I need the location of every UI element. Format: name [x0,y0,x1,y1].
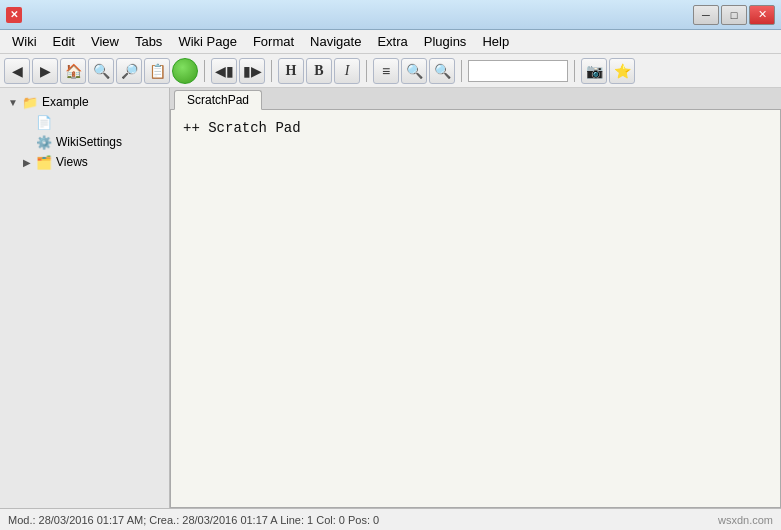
tab-scratchpad[interactable]: ScratchPad [174,90,262,110]
content-area: ScratchPad ++ Scratch Pad [170,88,781,508]
sidebar-label-example: Example [42,95,89,109]
status-bar: Mod.: 28/03/2016 01:17 AM; Crea.: 28/03/… [0,508,781,530]
forward-button[interactable]: ▶ [32,58,58,84]
menu-view[interactable]: View [83,32,127,51]
menu-help[interactable]: Help [474,32,517,51]
sidebar-label-views: Views [56,155,88,169]
back-button[interactable]: ◀ [4,58,30,84]
separator-1 [204,60,205,82]
toolbar: ◀ ▶ 🏠 🔍 🔎 📋 ◀▮ ▮▶ H B I ≡ 🔍 🔍 📷 ⭐ [0,54,781,88]
close-button[interactable]: ✕ [749,5,775,25]
menu-format[interactable]: Format [245,32,302,51]
separator-2 [271,60,272,82]
align-left-button[interactable]: ≡ [373,58,399,84]
title-controls: ─ □ ✕ [693,5,775,25]
bookmark-button[interactable]: 📋 [144,58,170,84]
doc-prev-button[interactable]: ◀▮ [211,58,237,84]
sidebar: ▼ 📁 Example WikiSettings ▶ Views [0,88,170,508]
doc-icon-scratch [36,114,52,130]
tabs-bar: ScratchPad [170,88,781,110]
zoom-in-button[interactable]: 🔍 [401,58,427,84]
separator-3 [366,60,367,82]
title-bar: ✕ ─ □ ✕ [0,0,781,30]
go-button[interactable] [172,58,198,84]
menu-edit[interactable]: Edit [45,32,83,51]
separator-5 [574,60,575,82]
sidebar-item-views[interactable]: ▶ Views [2,152,167,172]
title-bar-left: ✕ [6,7,28,23]
italic-button[interactable]: I [334,58,360,84]
find-button[interactable]: 🔎 [116,58,142,84]
settings-icon-wikisettings [36,134,52,150]
zoom-out-button[interactable]: 🔍 [429,58,455,84]
expand-icon-views: ▶ [20,155,34,169]
menu-tabs[interactable]: Tabs [127,32,170,51]
star-button[interactable]: ⭐ [609,58,635,84]
separator-4 [461,60,462,82]
sidebar-label-wikisettings: WikiSettings [56,135,122,149]
doc-next-button[interactable]: ▮▶ [239,58,265,84]
views-icon [36,154,52,170]
menu-bar: Wiki Edit View Tabs Wiki Page Format Nav… [0,30,781,54]
maximize-button[interactable]: □ [721,5,747,25]
expand-icon-scratch [20,115,34,129]
menu-extra[interactable]: Extra [369,32,415,51]
search-button[interactable]: 🔍 [88,58,114,84]
sidebar-item-wikisettings[interactable]: WikiSettings [2,132,167,152]
expand-icon-wikisettings [20,135,34,149]
expand-icon-example: ▼ [6,95,20,109]
menu-wikipage[interactable]: Wiki Page [170,32,245,51]
camera-button[interactable]: 📷 [581,58,607,84]
app-icon: ✕ [6,7,22,23]
main-area: ▼ 📁 Example WikiSettings ▶ Views Scratch… [0,88,781,508]
heading-button[interactable]: H [278,58,304,84]
status-right: wsxdn.com [718,514,773,526]
editor-content: ++ Scratch Pad [183,118,768,139]
home-button[interactable]: 🏠 [60,58,86,84]
minimize-button[interactable]: ─ [693,5,719,25]
folder-icon-example: 📁 [22,94,38,110]
menu-plugins[interactable]: Plugins [416,32,475,51]
status-left: Mod.: 28/03/2016 01:17 AM; Crea.: 28/03/… [8,514,379,526]
search-input[interactable] [468,60,568,82]
bold-button[interactable]: B [306,58,332,84]
menu-wiki[interactable]: Wiki [4,32,45,51]
sidebar-item-scratch[interactable] [2,112,167,132]
editor-area[interactable]: ++ Scratch Pad [170,110,781,508]
sidebar-item-example[interactable]: ▼ 📁 Example [2,92,167,112]
menu-navigate[interactable]: Navigate [302,32,369,51]
